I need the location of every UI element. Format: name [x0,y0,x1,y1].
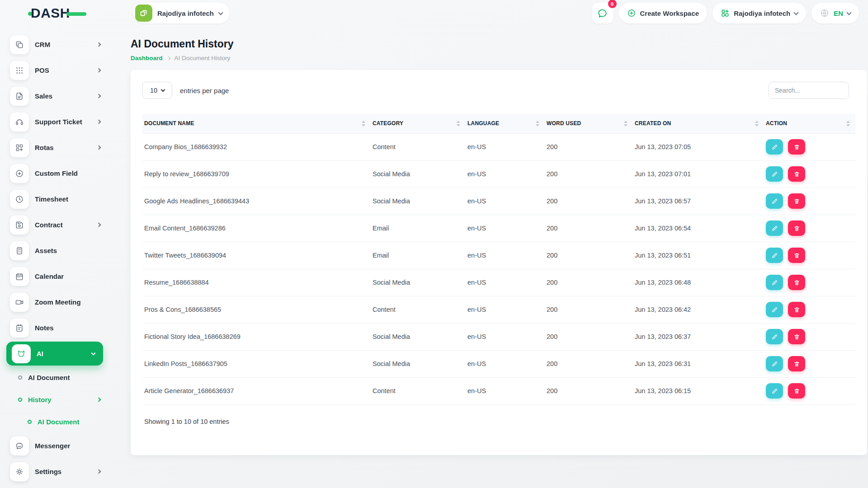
column-header-word-used[interactable]: WORD USED [545,114,633,133]
sidebar-item-zoom-meeting[interactable]: Zoom Meeting [0,289,108,315]
sidebar-item-notes[interactable]: Notes [0,315,108,341]
edit-button[interactable] [766,193,783,209]
workspace-grid-icon [721,9,730,18]
delete-button[interactable] [788,356,805,371]
delete-button[interactable] [788,329,805,344]
search-input[interactable] [769,82,849,99]
table-row: LinkedIn Posts_1686637905Social Mediaen-… [142,350,855,377]
sidebar-item-contract[interactable]: Contract [0,212,108,238]
sidebar-item-custom-field[interactable]: Custom Field [0,160,108,186]
delete-button[interactable] [788,275,805,290]
sidebar-item-assets[interactable]: Assets [0,238,108,263]
cell-document-name: Google Ads Headlines_1686639443 [142,188,371,215]
delete-button[interactable] [788,383,805,399]
table-row: Article Generator_1686636937Contenten-US… [142,377,855,404]
breadcrumb: Dashboard AI Document History [131,55,868,61]
sidebar-item-label: Sales [35,92,52,100]
chat-bubble-icon [597,8,608,19]
cell-actions [764,133,855,160]
workspace-selector[interactable]: Rajodiya infotech [133,3,230,23]
sidebar-item-calendar[interactable]: Calendar [0,263,108,289]
create-workspace-button[interactable]: Create Workspace [619,3,708,23]
sidebar-item-label: Assets [35,247,57,254]
plus-circle-icon [627,9,636,18]
table-row: Twitter Tweets_1686639094Emailen-US200Ju… [142,242,855,269]
sidebar-item-support-ticket[interactable]: Support Ticket [0,109,108,135]
cell-language: en-US [466,296,545,323]
sidebar-item-rotas[interactable]: Rotas [0,135,108,160]
sidebar-item-messenger[interactable]: Messenger [0,433,108,459]
delete-button[interactable] [788,248,805,263]
cell-created-on: Jun 13, 2023 07:05 [633,133,764,160]
column-header-category[interactable]: CATEGORY [371,114,466,133]
cell-language: en-US [466,188,545,215]
sidebar-item-ai-document[interactable]: AI Document [0,366,108,389]
column-header-language[interactable]: LANGUAGE [466,114,545,133]
sidebar-item-label: Calendar [35,272,64,280]
edit-button[interactable] [766,356,783,371]
custom-field-icon [10,164,29,183]
cell-word-used: 200 [545,323,633,350]
edit-button[interactable] [766,383,783,399]
sidebar-item-timesheet[interactable]: Timesheet [0,186,108,212]
breadcrumb-dashboard-link[interactable]: Dashboard [131,55,163,61]
delete-button[interactable] [788,166,805,182]
chevron-right-icon [97,145,101,150]
timesheet-icon [10,190,29,209]
sidebar-item-pos[interactable]: POS [0,57,108,83]
sidebar-item-label: Messenger [35,442,70,450]
edit-button[interactable] [766,329,783,344]
column-header-document-name[interactable]: DOCUMENT NAME [142,114,371,133]
cell-language: en-US [466,133,545,160]
column-header-created-on[interactable]: CREATED ON [633,114,764,133]
table-row: Company Bios_1686639932Contenten-US200Ju… [142,133,855,160]
messenger-icon [10,436,29,455]
sidebar-item-label: Rotas [35,144,54,151]
entries-per-page-select[interactable]: 10 [142,82,172,99]
delete-button[interactable] [788,221,805,236]
cell-category: Social Media [371,188,466,215]
edit-button[interactable] [766,302,783,317]
zoom-meeting-icon [10,293,29,312]
cell-language: en-US [466,377,545,404]
cell-category: Social Media [371,350,466,377]
column-header-label: ACTION [766,120,787,127]
sidebar-item-ai[interactable]: AI [6,342,103,366]
delete-button[interactable] [788,193,805,209]
edit-button[interactable] [766,139,783,155]
cell-document-name: Reply to review_1686639709 [142,160,371,188]
sidebar-item-settings[interactable]: Settings [0,459,108,484]
globe-icon [820,8,830,18]
sidebar-item-label: CRM [35,41,50,48]
messages-button[interactable]: 0 [592,3,613,23]
delete-button[interactable] [788,302,805,317]
column-header-action[interactable]: ACTION [764,114,855,133]
cell-language: en-US [466,269,545,296]
sidebar-item-history[interactable]: History [0,389,108,411]
page-header: AI Document History Dashboard AI Documen… [108,38,868,61]
cell-actions [764,323,855,350]
account-menu-button[interactable]: Rajodiya infotech [712,3,806,23]
cell-language: en-US [466,242,545,269]
edit-button[interactable] [766,248,783,263]
sidebar-item-ai-document[interactable]: AI Document [0,411,108,433]
delete-button[interactable] [788,139,805,155]
table-controls: 10 entries per page [142,82,855,99]
edit-button[interactable] [766,275,783,290]
ai-icon [12,344,31,363]
app-logo[interactable]: DASH [28,6,86,20]
cell-document-name: Company Bios_1686639932 [142,133,371,160]
sidebar-item-sales[interactable]: Sales [0,83,108,109]
chevron-down-icon [161,88,165,92]
edit-button[interactable] [766,221,783,236]
chevron-right-icon [97,120,101,124]
cell-document-name: Resume_1686638884 [142,269,371,296]
edit-button[interactable] [766,166,783,182]
cell-language: en-US [466,323,545,350]
cell-document-name: Pros & Cons_1686638565 [142,296,371,323]
language-menu-button[interactable]: EN [811,3,859,23]
sidebar-item-crm[interactable]: CRM [0,32,108,57]
main-content: AI Document History Dashboard AI Documen… [108,0,868,455]
cell-language: en-US [466,350,545,377]
table-row: Google Ads Headlines_1686639443Social Me… [142,188,855,215]
